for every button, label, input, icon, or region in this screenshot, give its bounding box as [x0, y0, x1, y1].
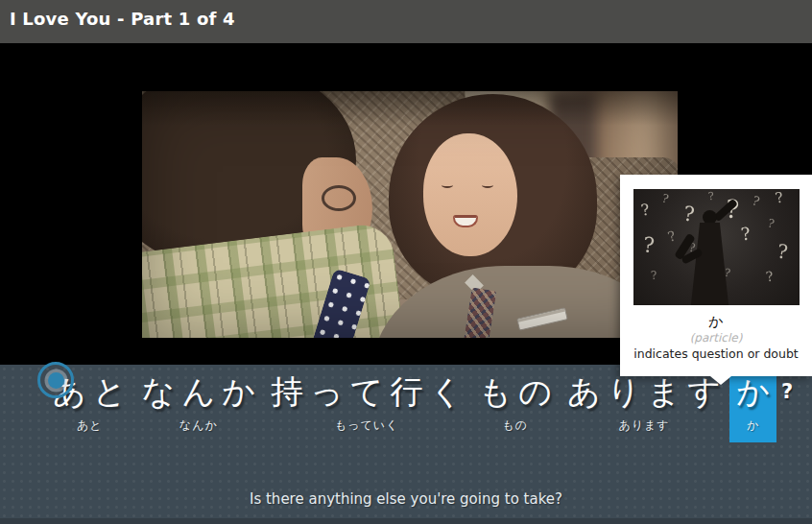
subtitle-word-reading: あります	[619, 417, 670, 434]
subtitle-question-mark: ?	[781, 373, 793, 403]
audio-dot-icon	[48, 372, 64, 389]
question-mark-glyph: ?	[774, 190, 784, 205]
subtitle-word[interactable]: あります あります	[567, 373, 721, 434]
lesson-header: I Love You - Part 1 of 4	[0, 0, 812, 43]
video-frame	[142, 91, 678, 338]
question-mark-glyph: ?	[660, 192, 669, 204]
japanese-subtitle-line: あと あと なんか なんか 持って行く もっていく もの もの あります ありま…	[53, 373, 793, 434]
audio-playing-icon[interactable]	[37, 362, 74, 398]
video-player[interactable]: ???????????????? か (particle) indicates …	[0, 43, 812, 365]
english-translation: Is there anything else you're going to t…	[0, 490, 812, 508]
popup-word: か	[620, 314, 812, 330]
word-illustration-image: ????????????????	[633, 189, 800, 305]
subtitle-word-text: なんか	[142, 373, 262, 411]
subtitle-word-text: か	[736, 373, 776, 411]
subtitle-word-highlighted[interactable]: か か	[729, 370, 776, 442]
subtitle-word-text: あります	[567, 373, 728, 411]
person-silhouette-head	[703, 210, 717, 225]
app-window: I Love You - Part 1 of 4 ????	[0, 0, 812, 524]
subtitle-word-reading: なんか	[179, 417, 218, 434]
subtitle-word-reading: もっていく	[335, 417, 398, 434]
question-mark-glyph: ?	[707, 191, 714, 202]
question-mark-glyph: ?	[750, 194, 760, 208]
question-mark-glyph: ?	[776, 241, 788, 261]
word-definition-popup: ???????????????? か (particle) indicates …	[620, 175, 812, 376]
subtitle-word[interactable]: なんか なんか	[142, 373, 255, 434]
subtitle-word-text: もの	[478, 373, 559, 411]
popup-caret	[710, 376, 731, 385]
subtitle-word[interactable]: 持って行く もっていく	[271, 373, 463, 434]
subtitle-word-reading: もの	[502, 417, 528, 434]
question-mark-glyph: ?	[641, 234, 655, 256]
subtitle-panel: あと あと なんか なんか 持って行く もっていく もの もの あります ありま…	[0, 365, 812, 524]
question-mark-glyph: ?	[764, 269, 774, 283]
subtitle-word[interactable]: もの もの	[478, 373, 552, 434]
question-mark-glyph: ?	[639, 202, 650, 218]
subtitle-word-reading: か	[747, 417, 759, 434]
question-mark-glyph: ?	[666, 228, 677, 244]
subtitle-word-text: 持って行く	[271, 373, 469, 411]
person-silhouette-body	[691, 223, 729, 305]
question-mark-glyph: ?	[766, 217, 775, 229]
subtitle-word-reading: あと	[77, 417, 103, 434]
question-mark-glyph: ?	[739, 225, 751, 243]
question-mark-glyph: ?	[650, 270, 657, 282]
question-mark-glyph: ?	[681, 203, 695, 225]
popup-definition: indicates question or doubt	[620, 345, 812, 363]
popup-part-of-speech: (particle)	[620, 330, 812, 345]
bottom-divider	[0, 518, 812, 524]
lesson-title: I Love You - Part 1 of 4	[0, 0, 812, 29]
vignette-overlay	[142, 91, 678, 338]
